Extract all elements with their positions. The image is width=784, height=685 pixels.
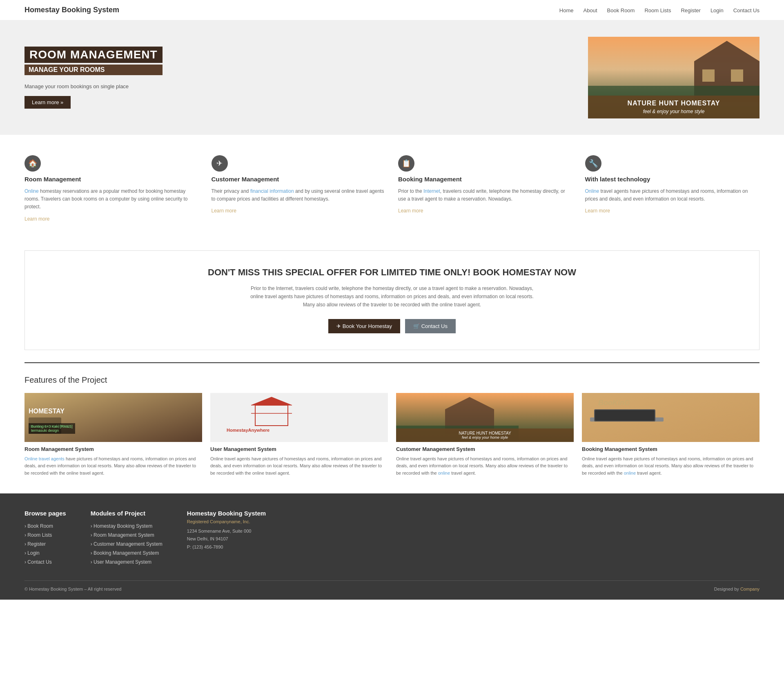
card-room-text: Online travel agents have pictures of ho…: [24, 455, 202, 477]
feature-room-link-online[interactable]: Online: [24, 188, 39, 194]
offer-buttons: ✈ Book Your Homestay 🛒 Contact Us: [41, 319, 743, 333]
svg-text:HomestayAnywhere: HomestayAnywhere: [227, 428, 270, 433]
hero-title-sub: MANAGE YOUR ROOMS: [24, 65, 163, 75]
nav-book-room[interactable]: Book Room: [607, 7, 635, 13]
footer-link-room-lists[interactable]: Room Lists: [27, 532, 52, 538]
footer-company-name: Homestay Booking System: [187, 510, 760, 517]
card-customer-title: Customer Management System: [396, 446, 574, 452]
footer-company: Homestay Booking System Registered Compa…: [187, 510, 760, 568]
hero-image-caption: NATURE HUNT HOMESTAY feel & enjoy your h…: [588, 96, 760, 118]
hero-text: ROOM MANAGEMENT MANAGE YOUR ROOMS Manage…: [24, 47, 229, 109]
footer-modules-links: Homestay Booking System Room Management …: [91, 523, 163, 565]
nav-home[interactable]: Home: [559, 7, 574, 13]
booking-mgmt-icon: 📋: [398, 155, 414, 172]
feature-online-link[interactable]: Online: [585, 188, 599, 194]
hero-image-wrap: NATURE HUNT HOMESTAY feel & enjoy your h…: [588, 37, 760, 118]
feature-customer-learn-more[interactable]: Learn more: [212, 208, 236, 214]
card-customer-mgmt: NATURE HUNT HOMESTAY feel & enjoy your h…: [396, 393, 574, 477]
svg-text:HOMESTAY: HOMESTAY: [29, 408, 65, 415]
feature-financial-link[interactable]: financial information: [250, 188, 294, 194]
feature-room-title: Room Management: [24, 176, 199, 183]
card-customer-caption: NATURE HUNT HOMESTAY feel & enjoy your h…: [396, 428, 574, 442]
nature-hunt-tagline: feel & enjoy your home style: [592, 109, 755, 114]
nature-hunt-title: NATURE HUNT HOMESTAY: [592, 100, 755, 107]
nav-contact[interactable]: Contact Us: [733, 7, 760, 13]
nav-links: Home About Book Room Room Lists Register…: [559, 7, 760, 13]
book-homestay-button[interactable]: ✈ Book Your Homestay: [328, 319, 400, 333]
special-offer-section: DON'T MISS THIS SPECIAL OFFER FOR LIMITE…: [24, 250, 760, 350]
card-booking-title: Booking Management System: [582, 446, 760, 452]
footer-module-ums[interactable]: User Management System: [94, 559, 151, 565]
nav-register[interactable]: Register: [681, 7, 700, 13]
learn-more-button[interactable]: Learn more »: [24, 96, 71, 109]
footer-browse-title: Browse pages: [24, 510, 66, 517]
features-section: 🏠 Room Management Online homestay reserv…: [0, 135, 784, 242]
card-booking-online-link[interactable]: online: [624, 471, 636, 475]
feature-customer-text: Their privacy and financial information …: [212, 187, 386, 203]
hero-image: NATURE HUNT HOMESTAY feel & enjoy your h…: [588, 37, 760, 118]
footer-address: 1234 Somename Ave, Suite 000 New Delhi, …: [187, 527, 760, 551]
hero-title-box: ROOM MANAGEMENT MANAGE YOUR ROOMS: [24, 47, 163, 75]
footer-browse: Browse pages Book Room Room Lists Regist…: [24, 510, 66, 568]
feature-tech-title: With latest technology: [585, 176, 760, 183]
footer-browse-links: Book Room Room Lists Register Login Cont…: [24, 523, 66, 565]
feature-customer-title: Customer Management: [212, 176, 386, 183]
nav-about[interactable]: About: [584, 7, 597, 13]
feature-booking-title: Booking Management: [398, 176, 573, 183]
footer-link-book-room[interactable]: Book Room: [27, 523, 53, 529]
project-features-section: Features of the Project HOMESTAY Bunting…: [0, 371, 784, 493]
card-room-title: Room Management System: [24, 446, 202, 452]
contact-us-button[interactable]: 🛒 Contact Us: [405, 319, 456, 333]
svg-rect-2: [702, 69, 715, 82]
svg-rect-9: [210, 393, 388, 442]
card-room-online-link[interactable]: Online travel agents: [24, 456, 65, 461]
nav-room-lists[interactable]: Room Lists: [644, 7, 671, 13]
svg-rect-3: [731, 69, 743, 82]
project-cards: HOMESTAY Bunting 6x3 Kaki [RM&S] Bunting…: [24, 393, 760, 477]
footer-modules-title: Modules of Project: [91, 510, 163, 517]
footer-designed-link[interactable]: Company: [740, 587, 760, 591]
footer-link-register[interactable]: Register: [27, 541, 46, 547]
card-user-mgmt: HomestayAnywhere User Management System …: [210, 393, 388, 477]
svg-rect-20: [595, 410, 655, 421]
card-customer-online-link[interactable]: online: [438, 471, 450, 475]
footer-phone: P: (123) 456-7890: [187, 543, 760, 551]
hero-section: ROOM MANAGEMENT MANAGE YOUR ROOMS Manage…: [0, 20, 784, 135]
feature-tech-text: Online travel agents have pictures of ho…: [585, 187, 760, 203]
card-customer-text: Online travel agents have pictures of ho…: [396, 455, 574, 477]
customer-mgmt-icon: ✈: [212, 155, 228, 172]
feature-room-learn-more[interactable]: Learn more: [24, 216, 49, 222]
footer-bottom: © Homestay Booking System – All right re…: [24, 580, 760, 591]
feature-tech-learn-more[interactable]: Learn more: [585, 208, 610, 214]
card-booking-image: BooKinG: [582, 393, 760, 442]
footer-link-login[interactable]: Login: [27, 550, 39, 556]
footer: Browse pages Book Room Room Lists Regist…: [0, 493, 784, 600]
hero-subtitle: Manage your room bookings on single plac…: [24, 83, 229, 89]
card-room-mgmt: HOMESTAY Bunting 6x3 Kaki [RM&S] Bunting…: [24, 393, 202, 477]
feature-booking-mgmt: 📋 Booking Management Prior to the Intern…: [398, 155, 573, 222]
footer-link-contact[interactable]: Contact Us: [27, 559, 51, 565]
footer-addr-line1: 1234 Somename Ave, Suite 000: [187, 527, 760, 536]
footer-modules: Modules of Project Homestay Booking Syst…: [91, 510, 163, 568]
card-user-text: Online travel agents have pictures of ho…: [210, 455, 388, 477]
feature-booking-learn-more[interactable]: Learn more: [398, 208, 423, 214]
site-brand: Homestay Booking System: [24, 6, 119, 14]
feature-internet-link[interactable]: Internet: [423, 188, 440, 194]
footer-top: Browse pages Book Room Room Lists Regist…: [24, 510, 760, 568]
nav-login[interactable]: Login: [710, 7, 724, 13]
room-mgmt-icon: 🏠: [24, 155, 41, 172]
footer-addr-line2: New Delhi, IN 94107: [187, 535, 760, 543]
card-room-image: HOMESTAY Bunting 6x3 Kaki [RM&S] Bunting…: [24, 393, 202, 442]
footer-module-bms[interactable]: Booking Management System: [94, 550, 159, 556]
feature-room-text: Online homestay reservations are a popul…: [24, 187, 199, 211]
card-user-image: HomestayAnywhere: [210, 393, 388, 442]
footer-module-cms[interactable]: Customer Management System: [94, 541, 163, 547]
special-offer-text: Prior to the Internet, travelers could w…: [249, 284, 535, 309]
card-booking-text: Online travel agents have pictures of ho…: [582, 455, 760, 477]
footer-module-hbs[interactable]: Homestay Booking System: [94, 523, 152, 529]
footer-module-rms[interactable]: Room Management System: [94, 532, 154, 538]
project-features-heading: Features of the Project: [24, 375, 760, 385]
card-customer-image: NATURE HUNT HOMESTAY feel & enjoy your h…: [396, 393, 574, 442]
svg-text:BooKinG: BooKinG: [598, 399, 630, 407]
hero-title-main: ROOM MANAGEMENT: [24, 47, 163, 63]
